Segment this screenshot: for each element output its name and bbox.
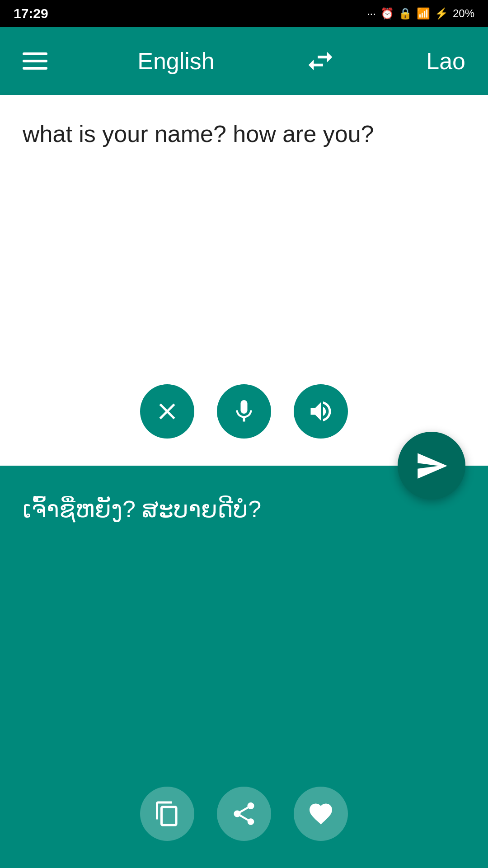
source-text[interactable]: what is your name? how are you? <box>23 118 465 151</box>
source-panel: what is your name? how are you? <box>0 95 488 466</box>
signal-icon: 📶 <box>417 7 430 20</box>
share-button[interactable] <box>217 787 271 841</box>
translation-panel: ເຈົ້າຊື່ຫຍັງ? ສະບາຍດີບໍ? <box>0 466 488 868</box>
translate-fab-button[interactable] <box>398 432 465 500</box>
heart-icon <box>307 800 334 827</box>
status-icons: ··· ⏰ 🔒 📶 ⚡ 20% <box>367 7 474 20</box>
target-language-selector[interactable]: Lao <box>426 47 465 75</box>
toolbar: English Lao <box>0 27 488 95</box>
clear-button[interactable] <box>140 384 194 439</box>
status-bar: 17:29 ··· ⏰ 🔒 📶 ⚡ 20% <box>0 0 488 27</box>
share-icon <box>230 800 258 827</box>
copy-button[interactable] <box>140 787 194 841</box>
sim-icon: 🔒 <box>399 7 412 20</box>
source-language-selector[interactable]: English <box>137 47 215 75</box>
bolt-icon: ⚡ <box>435 7 448 20</box>
status-time: 17:29 <box>14 6 48 21</box>
source-actions <box>140 384 348 439</box>
favorite-button[interactable] <box>294 787 348 841</box>
copy-icon <box>154 800 181 827</box>
microphone-button[interactable] <box>217 384 271 439</box>
volume-icon <box>307 398 334 425</box>
microphone-icon <box>230 398 258 425</box>
dots-icon: ··· <box>367 7 376 20</box>
menu-button[interactable] <box>23 52 47 70</box>
alarm-icon: ⏰ <box>380 7 394 20</box>
send-icon <box>415 449 449 483</box>
main-content: what is your name? how are you? <box>0 95 488 868</box>
speak-button[interactable] <box>294 384 348 439</box>
translation-actions <box>140 787 348 841</box>
swap-languages-button[interactable] <box>305 45 336 77</box>
close-icon <box>154 398 181 425</box>
translation-text: ເຈົ້າຊື່ຫຍັງ? ສະບາຍດີບໍ? <box>23 493 465 526</box>
battery-icon: 20% <box>453 7 474 20</box>
